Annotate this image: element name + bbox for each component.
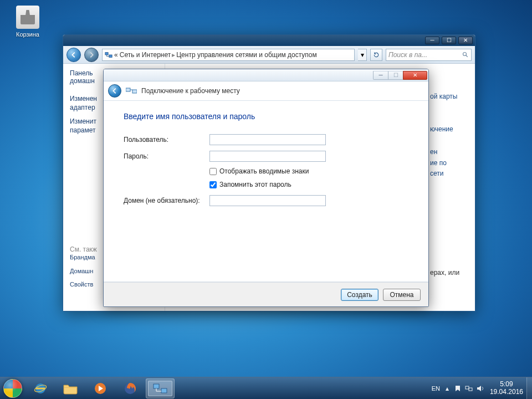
svg-rect-1 (109, 55, 112, 57)
dialog-titlebar[interactable]: ─ ☐ ✕ (104, 69, 428, 81)
address-bar-row: « Сеть и Интернет ▸ Центр управления сет… (63, 46, 475, 64)
password-label: Пароль: (124, 152, 209, 160)
network-icon[interactable] (465, 385, 473, 392)
link-fragment[interactable]: ие по (430, 158, 472, 168)
taskbar-firefox[interactable] (116, 378, 145, 398)
close-button[interactable]: ✕ (458, 37, 473, 44)
start-button[interactable] (0, 377, 25, 400)
remember-password-checkbox[interactable] (209, 181, 217, 188)
folder-icon (63, 382, 78, 395)
nav-back-button[interactable] (66, 48, 81, 62)
breadcrumb-sep: ▸ (172, 51, 175, 59)
cancel-button[interactable]: Отмена (383, 289, 421, 301)
dialog-back-button[interactable] (108, 84, 121, 98)
svg-rect-6 (132, 90, 137, 93)
clock-time: 5:09 (490, 381, 523, 388)
cp-titlebar[interactable]: ─ ☐ ✕ (63, 35, 475, 46)
ie-icon (33, 381, 48, 396)
dialog-header: Подключение к рабочему месту (104, 81, 428, 100)
minimize-button[interactable]: ─ (425, 37, 439, 44)
show-desktop-button[interactable] (526, 377, 532, 400)
dialog-heading: Введите имя пользователя и пароль (124, 112, 408, 121)
workplace-connection-dialog: ─ ☐ ✕ Подключение к рабочему месту Введи… (103, 69, 429, 307)
link-fragment[interactable]: ючение (430, 124, 472, 135)
dialog-footer: Создать Отмена (104, 282, 428, 306)
show-chars-checkbox[interactable] (209, 168, 217, 175)
desktop: Корзина ─ ☐ ✕ « Сеть и Интернет ▸ Центр … (0, 0, 532, 399)
svg-rect-5 (126, 88, 130, 91)
show-chars-label: Отображать вводимые знаки (219, 167, 309, 175)
create-button[interactable]: Создать (341, 289, 378, 301)
windows-logo-icon (3, 379, 22, 398)
language-indicator[interactable]: EN (432, 385, 440, 392)
svg-rect-13 (466, 386, 469, 389)
wmp-icon (93, 382, 108, 395)
action-center-icon[interactable] (454, 385, 461, 392)
tray-expand-icon[interactable]: ▴ (446, 385, 449, 392)
search-placeholder: Поиск в па... (388, 51, 427, 59)
search-input[interactable]: Поиск в па... (386, 49, 472, 61)
domain-input[interactable] (209, 195, 326, 206)
remember-password-label: Запомнить этот пароль (219, 181, 291, 188)
user-input[interactable] (209, 134, 326, 145)
search-icon (462, 52, 469, 58)
network-center-icon (105, 51, 112, 59)
taskbar-wmp[interactable] (86, 378, 115, 398)
svg-rect-0 (105, 52, 108, 54)
clock[interactable]: 5:09 19.04.2016 (490, 381, 523, 396)
connection-icon (126, 86, 137, 95)
taskbar-ie[interactable] (26, 378, 55, 398)
user-label: Пользователь: (124, 136, 209, 144)
recycle-bin-icon[interactable]: Корзина (11, 6, 44, 38)
breadcrumb-prefix: « (114, 51, 118, 59)
recycle-bin-label: Корзина (11, 31, 44, 38)
breadcrumb-item[interactable]: Центр управления сетями и общим доступом (176, 51, 317, 59)
dialog-title: Подключение к рабочему месту (141, 87, 240, 95)
domain-label: Домен (не обязательно): (124, 197, 209, 204)
svg-point-2 (463, 52, 467, 55)
control-panel-icon (153, 383, 167, 394)
taskbar: EN ▴ 5:09 19.04.2016 (0, 377, 532, 399)
password-input[interactable] (209, 151, 326, 162)
dialog-close-button[interactable]: ✕ (403, 71, 427, 80)
nav-forward-button[interactable] (84, 48, 99, 62)
breadcrumb-item[interactable]: Сеть и Интернет (120, 51, 171, 59)
trash-icon (16, 6, 39, 29)
taskbar-explorer[interactable] (56, 378, 85, 398)
address-dropdown[interactable]: ▾ (358, 49, 367, 61)
dialog-minimize-button[interactable]: ─ (373, 71, 388, 80)
link-fragment[interactable]: ен (430, 147, 472, 157)
firefox-icon (123, 381, 137, 396)
sidebar-heading: Панель (70, 69, 93, 77)
maximize-button[interactable]: ☐ (442, 37, 456, 44)
dialog-maximize-button: ☐ (388, 71, 403, 80)
link-fragment[interactable]: ой карты (430, 91, 472, 102)
volume-icon[interactable] (477, 385, 484, 392)
sidebar-heading: домашн (70, 77, 95, 85)
clock-date: 19.04.2016 (490, 388, 523, 396)
svg-rect-11 (154, 384, 159, 388)
taskbar-control-panel[interactable] (146, 378, 175, 398)
text-fragment: ерах, или (430, 268, 472, 278)
dialog-content: Введите имя пользователя и пароль Пользо… (104, 100, 428, 282)
svg-rect-12 (161, 388, 167, 393)
refresh-button[interactable] (370, 49, 382, 61)
link-fragment[interactable]: сети (430, 168, 472, 179)
address-bar[interactable]: « Сеть и Интернет ▸ Центр управления сет… (102, 49, 355, 61)
system-tray: EN ▴ 5:09 19.04.2016 (428, 381, 526, 396)
svg-rect-14 (469, 388, 472, 391)
